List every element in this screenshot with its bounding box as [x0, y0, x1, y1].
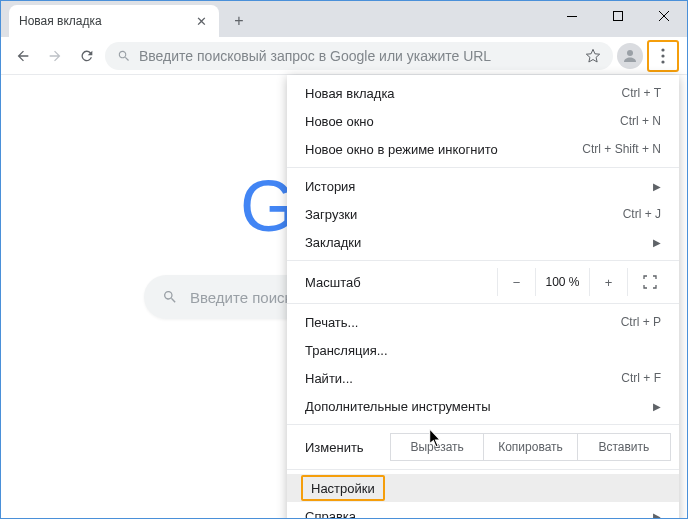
paste-button[interactable]: Вставить — [577, 433, 671, 461]
minimize-button[interactable] — [549, 1, 595, 31]
svg-rect-1 — [614, 12, 623, 21]
searchbox-placeholder: Введите поиск — [190, 289, 291, 306]
menu-zoom: Масштаб − 100 % + — [287, 265, 679, 299]
omnibox[interactable]: Введите поисковый запрос в Google или ук… — [105, 42, 613, 70]
settings-highlight: Настройки — [301, 475, 385, 501]
svg-point-3 — [661, 48, 664, 51]
menu-find[interactable]: Найти...Ctrl + F — [287, 364, 679, 392]
search-icon — [162, 289, 178, 305]
menu-print[interactable]: Печать...Ctrl + P — [287, 308, 679, 336]
back-button[interactable] — [9, 42, 37, 70]
zoom-percent: 100 % — [535, 268, 589, 296]
menu-separator — [287, 260, 679, 261]
fullscreen-button[interactable] — [627, 268, 671, 296]
copy-button[interactable]: Копировать — [483, 433, 577, 461]
menu-button[interactable] — [650, 43, 676, 69]
zoom-in-button[interactable]: + — [589, 268, 627, 296]
forward-button[interactable] — [41, 42, 69, 70]
titlebar: Новая вкладка ✕ + — [1, 1, 687, 37]
main-menu: Новая вкладкаCtrl + T Новое окноCtrl + N… — [287, 75, 679, 519]
menu-separator — [287, 303, 679, 304]
menu-more-tools[interactable]: Дополнительные инструменты▶ — [287, 392, 679, 420]
chevron-right-icon: ▶ — [653, 181, 661, 192]
chevron-right-icon: ▶ — [653, 237, 661, 248]
menu-separator — [287, 424, 679, 425]
maximize-button[interactable] — [595, 1, 641, 31]
svg-rect-0 — [567, 16, 577, 17]
search-icon — [117, 49, 131, 63]
menu-incognito[interactable]: Новое окно в режиме инкогнитоCtrl + Shif… — [287, 135, 679, 163]
menu-cast[interactable]: Трансляция... — [287, 336, 679, 364]
menu-new-window[interactable]: Новое окноCtrl + N — [287, 107, 679, 135]
svg-point-4 — [661, 54, 664, 57]
menu-separator — [287, 167, 679, 168]
menu-button-highlight — [647, 40, 679, 72]
menu-history[interactable]: История▶ — [287, 172, 679, 200]
chevron-right-icon: ▶ — [653, 511, 661, 520]
menu-help[interactable]: Справка▶ — [287, 502, 679, 519]
menu-settings[interactable]: Настройки — [287, 474, 679, 502]
menu-edit-row: Изменить Вырезать Копировать Вставить — [287, 429, 679, 465]
reload-button[interactable] — [73, 42, 101, 70]
browser-tab[interactable]: Новая вкладка ✕ — [9, 5, 219, 37]
profile-avatar[interactable] — [617, 43, 643, 69]
menu-new-tab[interactable]: Новая вкладкаCtrl + T — [287, 79, 679, 107]
svg-point-5 — [661, 60, 664, 63]
close-tab-icon[interactable]: ✕ — [193, 13, 209, 29]
menu-separator — [287, 469, 679, 470]
menu-downloads[interactable]: ЗагрузкиCtrl + J — [287, 200, 679, 228]
cut-button[interactable]: Вырезать — [390, 433, 484, 461]
svg-point-2 — [627, 50, 633, 56]
menu-bookmarks[interactable]: Закладки▶ — [287, 228, 679, 256]
new-tab-button[interactable]: + — [225, 7, 253, 35]
tab-title: Новая вкладка — [19, 14, 102, 28]
toolbar: Введите поисковый запрос в Google или ук… — [1, 37, 687, 75]
chevron-right-icon: ▶ — [653, 401, 661, 412]
omnibox-placeholder: Введите поисковый запрос в Google или ук… — [139, 48, 491, 64]
zoom-out-button[interactable]: − — [497, 268, 535, 296]
window-controls — [549, 1, 687, 31]
close-window-button[interactable] — [641, 1, 687, 31]
bookmark-star-icon[interactable] — [585, 48, 601, 64]
